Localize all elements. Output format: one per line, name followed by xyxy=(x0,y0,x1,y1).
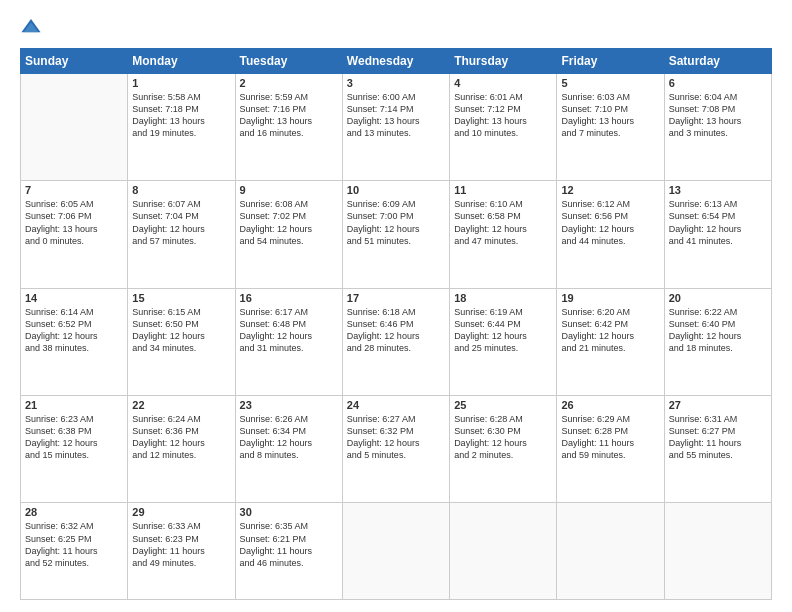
calendar-cell: 10Sunrise: 6:09 AM Sunset: 7:00 PM Dayli… xyxy=(342,181,449,288)
calendar-cell: 25Sunrise: 6:28 AM Sunset: 6:30 PM Dayli… xyxy=(450,396,557,503)
cell-content: Sunrise: 6:09 AM Sunset: 7:00 PM Dayligh… xyxy=(347,198,445,247)
calendar-cell: 4Sunrise: 6:01 AM Sunset: 7:12 PM Daylig… xyxy=(450,74,557,181)
calendar-cell xyxy=(342,503,449,600)
day-number: 20 xyxy=(669,292,767,304)
calendar-cell: 20Sunrise: 6:22 AM Sunset: 6:40 PM Dayli… xyxy=(664,288,771,395)
calendar-cell: 23Sunrise: 6:26 AM Sunset: 6:34 PM Dayli… xyxy=(235,396,342,503)
calendar-header-row: SundayMondayTuesdayWednesdayThursdayFrid… xyxy=(21,49,772,74)
day-number: 30 xyxy=(240,506,338,518)
day-number: 2 xyxy=(240,77,338,89)
calendar-cell: 22Sunrise: 6:24 AM Sunset: 6:36 PM Dayli… xyxy=(128,396,235,503)
day-number: 7 xyxy=(25,184,123,196)
calendar-cell xyxy=(557,503,664,600)
day-number: 19 xyxy=(561,292,659,304)
cell-content: Sunrise: 6:17 AM Sunset: 6:48 PM Dayligh… xyxy=(240,306,338,355)
calendar-day-header: Thursday xyxy=(450,49,557,74)
cell-content: Sunrise: 6:12 AM Sunset: 6:56 PM Dayligh… xyxy=(561,198,659,247)
calendar-cell: 3Sunrise: 6:00 AM Sunset: 7:14 PM Daylig… xyxy=(342,74,449,181)
calendar-week-row: 1Sunrise: 5:58 AM Sunset: 7:18 PM Daylig… xyxy=(21,74,772,181)
calendar-cell: 28Sunrise: 6:32 AM Sunset: 6:25 PM Dayli… xyxy=(21,503,128,600)
day-number: 3 xyxy=(347,77,445,89)
calendar-cell: 14Sunrise: 6:14 AM Sunset: 6:52 PM Dayli… xyxy=(21,288,128,395)
calendar-cell: 27Sunrise: 6:31 AM Sunset: 6:27 PM Dayli… xyxy=(664,396,771,503)
cell-content: Sunrise: 6:04 AM Sunset: 7:08 PM Dayligh… xyxy=(669,91,767,140)
calendar-cell: 18Sunrise: 6:19 AM Sunset: 6:44 PM Dayli… xyxy=(450,288,557,395)
day-number: 10 xyxy=(347,184,445,196)
calendar-day-header: Sunday xyxy=(21,49,128,74)
day-number: 14 xyxy=(25,292,123,304)
cell-content: Sunrise: 6:32 AM Sunset: 6:25 PM Dayligh… xyxy=(25,520,123,569)
day-number: 4 xyxy=(454,77,552,89)
day-number: 6 xyxy=(669,77,767,89)
cell-content: Sunrise: 6:01 AM Sunset: 7:12 PM Dayligh… xyxy=(454,91,552,140)
cell-content: Sunrise: 6:23 AM Sunset: 6:38 PM Dayligh… xyxy=(25,413,123,462)
calendar-cell: 29Sunrise: 6:33 AM Sunset: 6:23 PM Dayli… xyxy=(128,503,235,600)
cell-content: Sunrise: 6:24 AM Sunset: 6:36 PM Dayligh… xyxy=(132,413,230,462)
day-number: 27 xyxy=(669,399,767,411)
cell-content: Sunrise: 6:18 AM Sunset: 6:46 PM Dayligh… xyxy=(347,306,445,355)
calendar-cell: 1Sunrise: 5:58 AM Sunset: 7:18 PM Daylig… xyxy=(128,74,235,181)
cell-content: Sunrise: 6:28 AM Sunset: 6:30 PM Dayligh… xyxy=(454,413,552,462)
calendar-cell: 2Sunrise: 5:59 AM Sunset: 7:16 PM Daylig… xyxy=(235,74,342,181)
calendar-day-header: Monday xyxy=(128,49,235,74)
cell-content: Sunrise: 6:29 AM Sunset: 6:28 PM Dayligh… xyxy=(561,413,659,462)
cell-content: Sunrise: 6:00 AM Sunset: 7:14 PM Dayligh… xyxy=(347,91,445,140)
calendar-cell: 17Sunrise: 6:18 AM Sunset: 6:46 PM Dayli… xyxy=(342,288,449,395)
calendar-cell: 15Sunrise: 6:15 AM Sunset: 6:50 PM Dayli… xyxy=(128,288,235,395)
day-number: 8 xyxy=(132,184,230,196)
calendar-cell: 6Sunrise: 6:04 AM Sunset: 7:08 PM Daylig… xyxy=(664,74,771,181)
calendar-cell: 26Sunrise: 6:29 AM Sunset: 6:28 PM Dayli… xyxy=(557,396,664,503)
cell-content: Sunrise: 6:20 AM Sunset: 6:42 PM Dayligh… xyxy=(561,306,659,355)
calendar-cell: 13Sunrise: 6:13 AM Sunset: 6:54 PM Dayli… xyxy=(664,181,771,288)
day-number: 9 xyxy=(240,184,338,196)
cell-content: Sunrise: 5:58 AM Sunset: 7:18 PM Dayligh… xyxy=(132,91,230,140)
calendar-day-header: Friday xyxy=(557,49,664,74)
day-number: 24 xyxy=(347,399,445,411)
cell-content: Sunrise: 6:31 AM Sunset: 6:27 PM Dayligh… xyxy=(669,413,767,462)
day-number: 12 xyxy=(561,184,659,196)
cell-content: Sunrise: 6:22 AM Sunset: 6:40 PM Dayligh… xyxy=(669,306,767,355)
day-number: 1 xyxy=(132,77,230,89)
calendar-week-row: 28Sunrise: 6:32 AM Sunset: 6:25 PM Dayli… xyxy=(21,503,772,600)
calendar-day-header: Saturday xyxy=(664,49,771,74)
day-number: 28 xyxy=(25,506,123,518)
day-number: 13 xyxy=(669,184,767,196)
calendar-day-header: Wednesday xyxy=(342,49,449,74)
logo-icon xyxy=(20,16,42,38)
day-number: 25 xyxy=(454,399,552,411)
cell-content: Sunrise: 6:14 AM Sunset: 6:52 PM Dayligh… xyxy=(25,306,123,355)
day-number: 22 xyxy=(132,399,230,411)
page: SundayMondayTuesdayWednesdayThursdayFrid… xyxy=(0,0,792,612)
cell-content: Sunrise: 6:03 AM Sunset: 7:10 PM Dayligh… xyxy=(561,91,659,140)
header xyxy=(20,16,772,38)
day-number: 16 xyxy=(240,292,338,304)
day-number: 21 xyxy=(25,399,123,411)
cell-content: Sunrise: 6:13 AM Sunset: 6:54 PM Dayligh… xyxy=(669,198,767,247)
calendar-week-row: 21Sunrise: 6:23 AM Sunset: 6:38 PM Dayli… xyxy=(21,396,772,503)
calendar-week-row: 14Sunrise: 6:14 AM Sunset: 6:52 PM Dayli… xyxy=(21,288,772,395)
calendar-table: SundayMondayTuesdayWednesdayThursdayFrid… xyxy=(20,48,772,600)
calendar-cell xyxy=(450,503,557,600)
day-number: 11 xyxy=(454,184,552,196)
calendar-cell: 24Sunrise: 6:27 AM Sunset: 6:32 PM Dayli… xyxy=(342,396,449,503)
cell-content: Sunrise: 6:05 AM Sunset: 7:06 PM Dayligh… xyxy=(25,198,123,247)
cell-content: Sunrise: 6:10 AM Sunset: 6:58 PM Dayligh… xyxy=(454,198,552,247)
calendar-cell: 30Sunrise: 6:35 AM Sunset: 6:21 PM Dayli… xyxy=(235,503,342,600)
calendar-cell xyxy=(21,74,128,181)
calendar-cell: 21Sunrise: 6:23 AM Sunset: 6:38 PM Dayli… xyxy=(21,396,128,503)
calendar-cell: 16Sunrise: 6:17 AM Sunset: 6:48 PM Dayli… xyxy=(235,288,342,395)
day-number: 29 xyxy=(132,506,230,518)
cell-content: Sunrise: 6:26 AM Sunset: 6:34 PM Dayligh… xyxy=(240,413,338,462)
calendar-cell: 5Sunrise: 6:03 AM Sunset: 7:10 PM Daylig… xyxy=(557,74,664,181)
calendar-cell: 9Sunrise: 6:08 AM Sunset: 7:02 PM Daylig… xyxy=(235,181,342,288)
day-number: 15 xyxy=(132,292,230,304)
day-number: 26 xyxy=(561,399,659,411)
cell-content: Sunrise: 6:07 AM Sunset: 7:04 PM Dayligh… xyxy=(132,198,230,247)
calendar-cell: 7Sunrise: 6:05 AM Sunset: 7:06 PM Daylig… xyxy=(21,181,128,288)
cell-content: Sunrise: 5:59 AM Sunset: 7:16 PM Dayligh… xyxy=(240,91,338,140)
logo xyxy=(20,16,46,38)
cell-content: Sunrise: 6:33 AM Sunset: 6:23 PM Dayligh… xyxy=(132,520,230,569)
day-number: 5 xyxy=(561,77,659,89)
calendar-cell: 12Sunrise: 6:12 AM Sunset: 6:56 PM Dayli… xyxy=(557,181,664,288)
calendar-week-row: 7Sunrise: 6:05 AM Sunset: 7:06 PM Daylig… xyxy=(21,181,772,288)
